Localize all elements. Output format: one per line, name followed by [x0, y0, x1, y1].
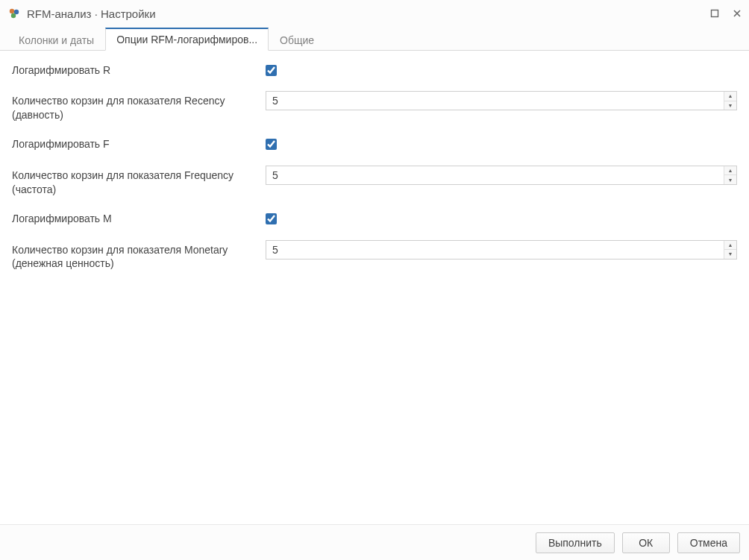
input-bins-m[interactable]: [266, 241, 724, 259]
chevron-down-icon[interactable]: ▼: [724, 101, 736, 110]
row-log-r: Логарифмировать R: [12, 61, 737, 79]
settings-window: RFM-анализ · Настройки Колонки и даты Оп…: [0, 0, 749, 560]
checkbox-log-r[interactable]: [266, 65, 277, 76]
checkbox-log-f[interactable]: [266, 139, 277, 150]
footer: Выполнить ОК Отмена: [0, 524, 749, 560]
app-icon: [7, 7, 21, 20]
tab-label: Общие: [280, 34, 314, 46]
checkbox-log-m[interactable]: [266, 213, 277, 224]
spinner-buttons: ▲ ▼: [724, 241, 736, 259]
window-title: RFM-анализ · Настройки: [27, 7, 709, 20]
chevron-up-icon[interactable]: ▲: [724, 166, 736, 176]
label-log-m: Логарифмировать M: [12, 212, 266, 226]
spinner-buttons: ▲ ▼: [724, 92, 736, 110]
svg-rect-3: [712, 10, 718, 17]
row-bins-r: Количество корзин для показателя Recency…: [12, 91, 737, 122]
svg-point-0: [10, 9, 14, 13]
run-button[interactable]: Выполнить: [536, 532, 615, 553]
input-bins-r[interactable]: [266, 92, 724, 110]
input-bins-f[interactable]: [266, 166, 724, 184]
tab-label: Колонки и даты: [19, 34, 94, 46]
spinner-bins-m: ▲ ▼: [266, 240, 737, 259]
ok-button[interactable]: ОК: [622, 532, 670, 553]
label-bins-f: Количество корзин для показателя Frequen…: [12, 166, 266, 197]
tab-columns-dates[interactable]: Колонки и даты: [7, 29, 105, 51]
tabs: Колонки и даты Опции RFM-логарифмиров...…: [0, 27, 749, 51]
svg-point-2: [11, 13, 16, 18]
close-icon[interactable]: [731, 7, 743, 19]
row-bins-f: Количество корзин для показателя Frequen…: [12, 166, 737, 197]
spinner-buttons: ▲ ▼: [724, 166, 736, 184]
row-log-f: Логарифмировать F: [12, 136, 737, 154]
row-bins-m: Количество корзин для показателя Monetar…: [12, 240, 737, 271]
tab-label: Опции RFM-логарифмиров...: [116, 34, 257, 45]
tab-rfm-log-options[interactable]: Опции RFM-логарифмиров...: [105, 28, 269, 51]
chevron-down-icon[interactable]: ▼: [724, 175, 736, 184]
chevron-up-icon[interactable]: ▲: [724, 241, 736, 251]
label-log-r: Логарифмировать R: [12, 63, 266, 78]
label-bins-m: Количество корзин для показателя Monetar…: [12, 240, 266, 271]
tab-content: Логарифмировать R Количество корзин для …: [0, 51, 749, 524]
chevron-down-icon[interactable]: ▼: [724, 250, 736, 259]
titlebar: RFM-анализ · Настройки: [0, 0, 749, 27]
chevron-up-icon[interactable]: ▲: [724, 92, 736, 101]
svg-point-1: [14, 10, 19, 14]
spinner-bins-r: ▲ ▼: [266, 91, 737, 110]
cancel-button[interactable]: Отмена: [677, 532, 740, 553]
row-log-m: Логарифмировать M: [12, 210, 737, 228]
tab-general[interactable]: Общие: [269, 29, 325, 51]
label-log-f: Логарифмировать F: [12, 137, 266, 151]
maximize-icon[interactable]: [709, 7, 721, 19]
window-controls: [709, 7, 743, 19]
spinner-bins-f: ▲ ▼: [266, 166, 737, 185]
label-bins-r: Количество корзин для показателя Recency…: [12, 91, 266, 122]
